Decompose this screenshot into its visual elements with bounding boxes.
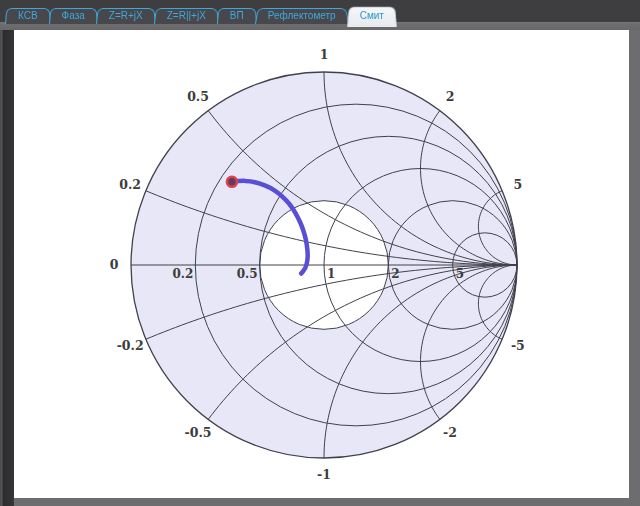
axis-label: 2 bbox=[391, 267, 399, 281]
rim-label: 0 bbox=[110, 257, 119, 272]
tab-bar: КСВ Фаза Z=R+jX Z=R||+jX ВП Рефлектометр… bbox=[0, 0, 640, 30]
rim-label: -1 bbox=[317, 467, 331, 482]
rim-label: -0.2 bbox=[117, 338, 144, 353]
tab-faza[interactable]: Фаза bbox=[53, 7, 94, 24]
content-frame: 0.20.512510.520.250-0.2-5-0.5-2-1 bbox=[0, 30, 640, 506]
tab-label: Z=R||+jX bbox=[167, 11, 206, 21]
axis-label: 1 bbox=[327, 267, 335, 281]
chart-panel: 0.20.512510.520.250-0.2-5-0.5-2-1 bbox=[14, 30, 629, 498]
tab-ksv[interactable]: КСВ bbox=[9, 7, 47, 24]
tab-smith[interactable]: Смит bbox=[351, 5, 393, 27]
tab-z-parallel[interactable]: Z=R||+jX bbox=[158, 7, 215, 24]
tab-label: Z=R+jX bbox=[109, 11, 143, 21]
tab-label: Рефлектометр bbox=[268, 11, 336, 21]
tab-vp[interactable]: ВП bbox=[221, 7, 253, 24]
axis-label: 0.5 bbox=[237, 267, 258, 281]
rim-label: -5 bbox=[511, 338, 525, 353]
rim-label: 5 bbox=[513, 177, 522, 192]
app-window: { "tabs": { "accent_color": "#3fa9dc", "… bbox=[0, 0, 640, 506]
tab-label: КСВ bbox=[18, 11, 38, 21]
rim-label: -0.5 bbox=[185, 425, 212, 440]
tab-z-series[interactable]: Z=R+jX bbox=[100, 7, 152, 24]
rim-label: 2 bbox=[446, 89, 455, 104]
axis-label: 0.2 bbox=[172, 267, 193, 281]
rim-label: 1 bbox=[320, 47, 329, 62]
rim-label: -2 bbox=[443, 425, 457, 440]
trace-start-marker bbox=[227, 177, 237, 187]
tab-label: ВП bbox=[230, 11, 244, 21]
tab-label: Смит bbox=[360, 11, 384, 21]
axis-label: 5 bbox=[456, 267, 464, 281]
smith-chart: 0.20.512510.520.250-0.2-5-0.5-2-1 bbox=[14, 30, 629, 498]
tab-reflectometer[interactable]: Рефлектометр bbox=[259, 7, 345, 24]
rim-label: 0.5 bbox=[187, 89, 209, 104]
rim-label: 0.2 bbox=[119, 177, 141, 192]
tab-label: Фаза bbox=[62, 11, 85, 21]
